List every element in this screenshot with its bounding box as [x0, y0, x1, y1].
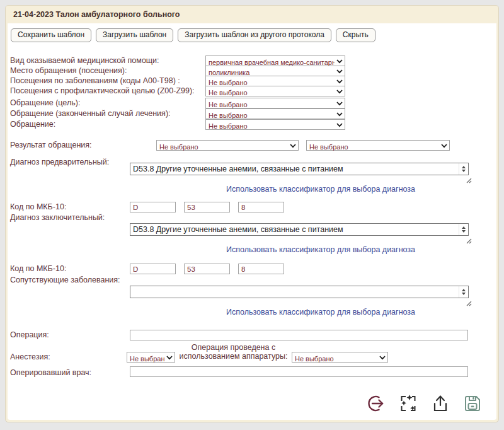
upload-button[interactable]: [430, 393, 450, 414]
appeal-result-select-2-wrap: Не выбрано: [306, 140, 450, 151]
label-comorbidities: Сопутствующие заболевания:: [10, 275, 120, 286]
operation-input[interactable]: [130, 330, 468, 340]
label-appeal: Обращение:: [10, 119, 55, 130]
classifier-link-comorbidities[interactable]: Использовать классификатор для выбора ди…: [226, 308, 415, 317]
panel-title: 21-04-2023 Талон амбулаторного больного: [13, 10, 180, 19]
label-anesthesia: Анестезия:: [10, 352, 50, 363]
diagnosis-final-value: D53.8 Другие уточненные анемии, связанны…: [130, 224, 459, 235]
diagnosis-preliminary-listbox[interactable]: D53.8 Другие уточненные анемии, связанны…: [130, 163, 469, 175]
appeal-completed-case-select-wrap: Не выбрано: [205, 108, 345, 119]
resize-grip-icon[interactable]: [466, 178, 472, 183]
disease-visits-select-wrap: Не выбрано: [205, 76, 345, 86]
save-template-button[interactable]: Сохранить шаблон: [11, 28, 91, 42]
diagnosis-preliminary-value: D53.8 Другие уточненные анемии, связанны…: [130, 163, 459, 175]
icd10-2-part1-input[interactable]: [130, 264, 176, 274]
resize-grip-icon[interactable]: [466, 238, 472, 244]
classifier-link-final[interactable]: Использовать классификатор для выбора ди…: [226, 245, 415, 254]
save-icon: [462, 393, 483, 414]
toolbar: Сохранить шаблон Загрузить шаблон Загруз…: [11, 28, 375, 42]
label-appeal-result: Результат обращения:: [10, 140, 92, 151]
upload-icon: [430, 393, 450, 414]
load-template-other-protocol-button[interactable]: Загрузить шаблон из другого протокола: [178, 28, 331, 42]
icd10-1-part3-input[interactable]: [238, 202, 284, 212]
protocol-panel: 21-04-2023 Талон амбулаторного больного …: [5, 5, 499, 422]
label-appeal-completed-case: Обращение (законченный случай лечения):: [10, 108, 171, 119]
appeal-result-select-1[interactable]: Не выбрано: [157, 142, 298, 152]
icd10-1-part2-input[interactable]: [184, 202, 230, 212]
apparatus-select[interactable]: Не выбрано: [292, 354, 387, 364]
appeal-result-select-2[interactable]: Не выбрано: [307, 142, 449, 152]
label-preventive-visits: Посещения с профилактической целью (Z00-…: [10, 86, 195, 96]
icd10-2-part3-input[interactable]: [238, 264, 284, 274]
classifier-link-preliminary[interactable]: Использовать классификатор для выбора ди…: [226, 185, 415, 194]
spinner-arrows[interactable]: [459, 224, 468, 235]
anesthesia-select[interactable]: Не выбран: [127, 354, 175, 364]
action-icon-bar: [366, 393, 483, 414]
label-diagnosis-final: Диагноз заключительный:: [10, 212, 105, 223]
spinner-arrows[interactable]: [459, 163, 468, 175]
appeal-select-wrap: Не выбрано: [205, 119, 345, 130]
expand-sparkles-icon: [398, 393, 418, 414]
anesthesia-select-wrap: Не выбран: [127, 352, 175, 363]
label-appeal-goal: Обращение (цель):: [10, 98, 80, 108]
exit-icon: [366, 393, 386, 414]
surgeon-input[interactable]: [130, 366, 468, 377]
icd10-1-part1-input[interactable]: [130, 202, 176, 212]
label-operation: Операция:: [10, 330, 49, 340]
label-icd10-1: Код по МКБ-10:: [10, 202, 66, 212]
resize-grip-icon[interactable]: [466, 301, 472, 306]
appeal-select[interactable]: Не выбрано: [206, 122, 345, 131]
label-apparatus: Операция проведена с использованием аппа…: [175, 343, 292, 361]
visit-place-select-wrap: поликлиника: [205, 66, 345, 76]
comorbidities-value: [130, 286, 459, 298]
panel-content: Сохранить шаблон Загрузить шаблон Загруз…: [8, 23, 496, 420]
label-icd10-2: Код по МКБ-10:: [10, 264, 66, 274]
spinner-arrows[interactable]: [459, 286, 468, 298]
label-diagnosis-preliminary: Диагноз предварительный:: [10, 157, 109, 168]
appeal-goal-select-wrap: Не выбрано: [205, 98, 345, 108]
comorbidities-listbox[interactable]: [130, 286, 469, 298]
diagnosis-final-listbox[interactable]: D53.8 Другие уточненные анемии, связанны…: [130, 223, 469, 236]
icd10-2-part2-input[interactable]: [184, 264, 230, 274]
hide-button[interactable]: Скрыть: [336, 28, 375, 42]
expand-sparkles-button[interactable]: [398, 393, 418, 414]
label-care-type: Вид оказываемой медицинской помощи:: [10, 55, 159, 66]
save-button[interactable]: [462, 393, 483, 414]
preventive-visits-select[interactable]: Не выбрано: [206, 88, 345, 98]
appeal-result-select-1-wrap: Не выбрано: [156, 140, 299, 151]
label-surgeon: Оперировавший врач:: [10, 368, 91, 378]
exit-button[interactable]: [366, 393, 386, 414]
label-visit-place: Место обращения (посещения):: [10, 66, 127, 76]
preventive-visits-select-wrap: Не выбрано: [205, 86, 345, 96]
apparatus-select-wrap: Не выбрано: [292, 352, 388, 363]
care-type-select-wrap: первичная врачебная медико-санитарная г: [205, 55, 345, 66]
load-template-button[interactable]: Загрузить шаблон: [96, 28, 173, 42]
label-disease-visits: Посещения по заболеваниям (коды A00-T98)…: [10, 76, 180, 86]
